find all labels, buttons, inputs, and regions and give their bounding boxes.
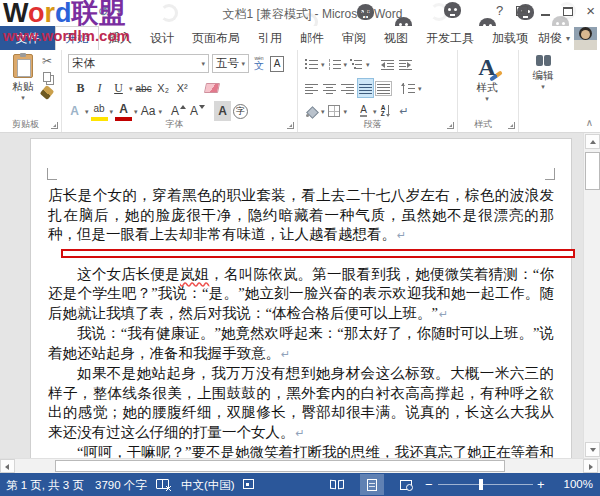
collapse-ribbon-icon[interactable]: ∧ bbox=[586, 117, 593, 128]
enclose-characters-icon[interactable]: 字 bbox=[233, 104, 248, 119]
paste-caret-icon: ▾ bbox=[6, 94, 40, 101]
tab-insert[interactable]: 插入 bbox=[99, 26, 141, 50]
undo-icon[interactable]: ↺ bbox=[98, 4, 109, 19]
distribute-button[interactable] bbox=[375, 78, 392, 98]
align-center-button[interactable] bbox=[321, 78, 338, 98]
cut-icon[interactable]: ✂ bbox=[42, 55, 52, 67]
paragraph[interactable]: 店长是个女的，穿着黑色的职业套装，看上去二十七八岁左右，棕色的波浪发扎在脑后，她… bbox=[48, 186, 554, 246]
paste-button[interactable]: 粘贴 ▾ bbox=[6, 54, 40, 101]
subscript-button[interactable]: X₂ bbox=[155, 78, 172, 98]
decrease-indent-button[interactable] bbox=[379, 54, 396, 74]
horizontal-scrollbar-thumb[interactable] bbox=[55, 460, 505, 472]
highlight-caret-icon[interactable]: ▾ bbox=[110, 108, 114, 115]
tab-mailings[interactable]: 邮件 bbox=[291, 26, 333, 50]
multilevel-list-button[interactable] bbox=[348, 54, 365, 74]
tab-references[interactable]: 引用 bbox=[249, 26, 291, 50]
paragraph[interactable]: 如果不是她站起身，我万万没有想到她身材会这么标致。大概一米六三的样子，整体线条很… bbox=[48, 364, 554, 443]
superscript-button[interactable]: X² bbox=[174, 78, 191, 98]
tab-addins[interactable]: 加载项 bbox=[483, 26, 537, 50]
vertical-scrollbar[interactable] bbox=[583, 133, 600, 458]
user-menu-caret-icon[interactable]: ▾ bbox=[566, 34, 570, 43]
align-right-button[interactable] bbox=[339, 78, 356, 98]
scroll-up-icon[interactable] bbox=[585, 134, 600, 149]
styles-dialog-launcher-icon[interactable] bbox=[508, 122, 515, 129]
macro-record-icon[interactable] bbox=[243, 479, 254, 489]
justify-button[interactable] bbox=[357, 78, 374, 98]
zoom-out-button[interactable]: − bbox=[425, 477, 433, 492]
zoom-level[interactable]: 100% bbox=[564, 478, 593, 490]
restore-icon[interactable] bbox=[563, 7, 573, 16]
bullets-caret-icon[interactable]: ▾ bbox=[321, 61, 325, 68]
ribbon-display-options-icon[interactable] bbox=[516, 6, 528, 16]
tab-review[interactable]: 审阅 bbox=[333, 26, 375, 50]
editing-button[interactable]: 编辑 ▾ bbox=[523, 55, 563, 90]
horizontal-scrollbar[interactable] bbox=[0, 458, 600, 473]
scroll-left-icon[interactable] bbox=[0, 459, 15, 473]
print-layout-button[interactable] bbox=[360, 474, 384, 495]
word-count-status[interactable]: 3790 个字 bbox=[95, 478, 147, 493]
tab-file[interactable]: 文件 bbox=[0, 26, 55, 50]
line-spacing-button[interactable] bbox=[400, 78, 417, 98]
multilevel-caret-icon[interactable]: ▾ bbox=[366, 61, 370, 68]
asian-layout-caret-icon[interactable]: ▾ bbox=[373, 108, 377, 115]
scroll-right-icon[interactable] bbox=[583, 459, 598, 473]
document-text[interactable]: 店长是个女的，穿着黑色的职业套装，看上去二十七八岁左右，棕色的波浪发扎在脑后，她… bbox=[48, 186, 554, 458]
borders-caret-icon[interactable]: ▾ bbox=[344, 108, 348, 115]
empty-paragraph[interactable] bbox=[48, 246, 554, 265]
styles-button[interactable]: A 样式 ▾ bbox=[466, 53, 508, 102]
clear-formatting-icon[interactable] bbox=[204, 83, 220, 93]
paragraph[interactable]: 我说：“我有健康证。”她竟然欢呼起来：“那太好了，你随时可以上班。”说着她还站起… bbox=[48, 324, 554, 364]
tab-design[interactable]: 设计 bbox=[141, 26, 183, 50]
bullets-button[interactable] bbox=[303, 54, 320, 74]
shading-caret-icon[interactable]: ▾ bbox=[321, 108, 325, 115]
user-name[interactable]: 胡俊 bbox=[538, 30, 562, 47]
text-effects-caret-icon[interactable]: ▾ bbox=[85, 108, 89, 115]
strikethrough-button[interactable]: abc bbox=[135, 78, 153, 98]
change-case-caret-icon[interactable]: ▾ bbox=[159, 108, 163, 115]
font-dialog-launcher-icon[interactable] bbox=[287, 122, 294, 129]
underline-caret-icon[interactable]: ▾ bbox=[129, 85, 133, 92]
phonetic-guide-icon[interactable]: wén文 bbox=[254, 56, 264, 71]
format-painter-icon[interactable] bbox=[40, 85, 55, 100]
character-border-icon[interactable]: A bbox=[270, 56, 284, 72]
paragraph-dialog-launcher-icon[interactable] bbox=[447, 122, 454, 129]
line-spacing-caret-icon[interactable]: ▾ bbox=[418, 85, 422, 92]
read-mode-button[interactable] bbox=[325, 474, 349, 495]
tab-home[interactable]: 开始 bbox=[55, 26, 99, 50]
copy-icon[interactable] bbox=[43, 72, 51, 82]
tab-developer[interactable]: 开发工具 bbox=[417, 26, 483, 50]
proofing-status-icon[interactable] bbox=[156, 479, 169, 489]
increase-indent-button[interactable] bbox=[397, 54, 414, 74]
zoom-slider-track[interactable] bbox=[438, 484, 533, 485]
tab-view[interactable]: 视图 bbox=[375, 26, 417, 50]
minimize-icon[interactable] bbox=[541, 14, 550, 16]
clipboard-group-label: 剪贴板 bbox=[0, 118, 51, 131]
font-size-select[interactable]: 五号 ▾ bbox=[212, 54, 249, 73]
zoom-slider-thumb[interactable] bbox=[479, 479, 483, 490]
language-status[interactable]: 中文(中国) bbox=[181, 478, 235, 493]
numbering-caret-icon[interactable]: ▾ bbox=[344, 61, 348, 68]
vertical-scrollbar-thumb[interactable] bbox=[585, 152, 600, 190]
page-number-status[interactable]: 第 1 页, 共 3 页 bbox=[6, 478, 84, 493]
tab-page-layout[interactable]: 页面布局 bbox=[183, 26, 249, 50]
scroll-down-icon[interactable] bbox=[585, 442, 600, 457]
numbering-button[interactable] bbox=[326, 54, 343, 74]
paragraph[interactable]: 这个女店长便是岚姐，名叫陈依岚。第一眼看到我，她便微笑着猜测：“你还是个学生吧？… bbox=[48, 265, 554, 325]
styles-group: A 样式 ▾ 样式 bbox=[458, 50, 519, 132]
help-icon[interactable]: ? bbox=[496, 4, 503, 18]
account-area[interactable]: 胡俊 ▾ bbox=[538, 26, 600, 50]
font-color-caret-icon[interactable]: ▾ bbox=[134, 108, 138, 115]
paragraph[interactable]: “呵呵，干嘛呢？”要不是她微笑着打断我的思维，我还真忘了她正在等着和我握手。慌忙… bbox=[48, 443, 554, 458]
qat-customize-icon[interactable]: ▾ bbox=[117, 7, 121, 19]
close-icon[interactable]: × bbox=[586, 4, 595, 18]
web-layout-button[interactable] bbox=[394, 474, 418, 495]
zoom-in-button[interactable]: + bbox=[537, 477, 545, 492]
underline-button[interactable]: U bbox=[110, 78, 127, 98]
shading-bucket-icon bbox=[306, 106, 317, 117]
avatar[interactable] bbox=[574, 27, 597, 50]
font-family-select[interactable]: 宋体 ▾ bbox=[68, 54, 209, 73]
clipboard-dialog-launcher-icon[interactable] bbox=[51, 122, 58, 129]
italic-button[interactable]: I bbox=[91, 78, 108, 98]
align-left-button[interactable] bbox=[303, 78, 320, 98]
bold-button[interactable]: B bbox=[72, 78, 89, 98]
